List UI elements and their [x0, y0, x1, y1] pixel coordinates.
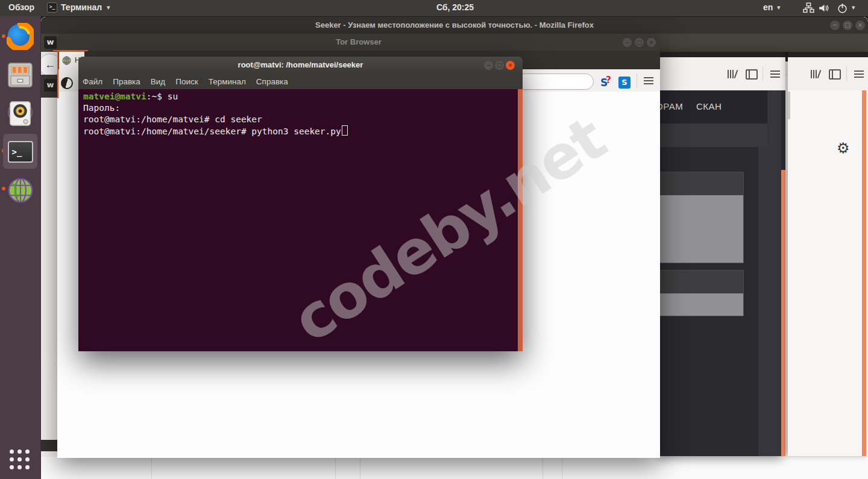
tab-favicon-w[interactable]: w [44, 79, 57, 92]
s-extension-icon[interactable]: S [618, 77, 631, 89]
close-button[interactable]: × [855, 20, 865, 30]
chevron-down-icon: ▾ [852, 4, 855, 11]
browser-toolbar [660, 57, 785, 91]
divider [335, 457, 336, 479]
dock-item-terminal[interactable]: >_ [6, 137, 34, 166]
terminal-line: Пароль: [83, 102, 523, 114]
activities-button[interactable]: Обзор [8, 2, 34, 12]
prompt: matvei@matvi [83, 92, 146, 101]
language-indicator[interactable]: en [763, 2, 773, 12]
tab-favicon-w[interactable]: w [44, 36, 57, 49]
forum-nav: ОРАМ СКАН [660, 90, 767, 124]
forum-subheader [660, 124, 767, 147]
minimize-button[interactable]: − [484, 61, 493, 70]
card-image [660, 293, 743, 316]
terminal-line: root@matvi:/home/matvei/seeker# python3 … [83, 125, 523, 137]
maximize-button[interactable]: □ [495, 61, 504, 70]
show-applications-button[interactable] [10, 449, 31, 471]
divider [542, 457, 543, 479]
firefox-window-title: Seeker - Узнаем местоположение с высокой… [41, 20, 868, 30]
network-icon[interactable] [803, 2, 814, 14]
minimize-button[interactable]: − [830, 20, 840, 30]
gnome-top-bar: Обзор >_ Терминал ▾ Сб, 20:25 en ▾ ▾ [0, 0, 868, 16]
dock-item-rhythmbox[interactable] [6, 99, 34, 128]
speaker-icon [7, 100, 34, 127]
close-button[interactable]: × [647, 38, 656, 47]
app-menu[interactable]: Терминал [61, 2, 102, 12]
menu-view[interactable]: Вид [151, 77, 165, 86]
maximize-button[interactable]: □ [843, 20, 852, 30]
firefox-icon [7, 23, 34, 50]
maximize-button[interactable]: □ [635, 38, 644, 47]
forum-page: ОРАМ СКАН 2105 [660, 90, 785, 456]
globe-favicon [62, 56, 71, 65]
terminal-line: root@matvi:/home/matvei# cd seeker [83, 114, 523, 125]
menu-search[interactable]: Поиск [175, 77, 198, 86]
running-indicator [2, 34, 5, 38]
card-header [660, 172, 743, 195]
running-indicator [2, 187, 5, 190]
window-top-strip [788, 52, 868, 57]
divider [360, 457, 360, 479]
menu-file[interactable]: Файл [83, 77, 102, 86]
nav-item-scan[interactable]: СКАН [696, 101, 722, 111]
menu-edit[interactable]: Правка [113, 77, 140, 86]
forum-card [660, 172, 744, 263]
menu-icon[interactable] [770, 70, 780, 78]
sidebar-icon[interactable] [746, 69, 758, 80]
chevron-down-icon: ▾ [107, 4, 110, 11]
dock-item-firefox[interactable] [6, 22, 34, 51]
tor-titlebar[interactable]: Tor Browser − □ × [57, 34, 660, 51]
scrollbar-thumb[interactable] [862, 90, 866, 456]
terminal-window-title: root@matvi: /home/matvei/seeker [78, 60, 523, 69]
desktop: Seeker - Узнаем местоположение с высокой… [0, 0, 868, 479]
menu-icon[interactable] [854, 70, 864, 78]
menu-icon[interactable] [644, 77, 653, 84]
terminal-content[interactable]: matvei@matvi:~$ su Пароль: root@matvi:/h… [78, 89, 523, 351]
menu-terminal[interactable]: Терминал [209, 77, 246, 86]
tor-window-title: Tor Browser [57, 37, 660, 46]
toolbar-separator [846, 67, 847, 81]
sidebar-icon[interactable] [829, 69, 841, 80]
divider [562, 457, 562, 479]
toolbar-separator [637, 74, 637, 88]
menu-help[interactable]: Справка [256, 77, 288, 86]
divider [151, 457, 152, 479]
startpage-icon[interactable]: S? [600, 77, 608, 89]
minimize-button[interactable]: − [623, 38, 632, 47]
terminal-window: root@matvi: /home/matvei/seeker − □ × Фа… [78, 57, 523, 351]
power-icon[interactable] [837, 2, 848, 14]
scrollbar-thumb[interactable] [781, 170, 785, 456]
gear-icon[interactable]: ⚙ [837, 141, 850, 155]
dock-item-tor-browser[interactable] [6, 176, 34, 204]
file-cabinet-icon [7, 61, 34, 89]
close-button[interactable]: × [506, 61, 515, 70]
focus-edge-vertical [57, 51, 58, 98]
forum-card [660, 270, 744, 316]
library-icon[interactable] [726, 69, 738, 79]
terminal-scrollbar[interactable] [518, 89, 523, 351]
page-banner-fragment [41, 440, 57, 451]
volume-icon[interactable] [818, 2, 829, 14]
browser-toolbar [788, 57, 868, 91]
scrollbar-thumb[interactable] [788, 92, 790, 119]
background-window-tab-bar: w [41, 75, 57, 98]
browser-window-right: ⚙ [788, 52, 868, 456]
terminal-line: matvei@matvi:~$ su [83, 91, 523, 102]
tor-globe-icon [7, 177, 34, 204]
chevron-down-icon: ▾ [777, 4, 781, 11]
dock-item-archive-manager[interactable] [6, 61, 34, 89]
settings-page: ⚙ [788, 90, 868, 456]
library-icon[interactable] [810, 69, 822, 79]
terminal-titlebar[interactable]: root@matvi: /home/matvei/seeker − □ × [78, 57, 523, 74]
window-top-strip [660, 52, 785, 57]
dock: >_ [0, 16, 41, 479]
nav-item-forum[interactable]: ОРАМ [660, 101, 683, 111]
clock[interactable]: Сб, 20:25 [422, 2, 488, 12]
toolbar-separator [763, 67, 763, 81]
onion-icon[interactable] [61, 77, 73, 89]
terminal-icon: >_ [8, 141, 33, 163]
firefox-titlebar[interactable]: Seeker - Узнаем местоположение с высокой… [41, 17, 868, 34]
codeby-forum-window: ОРАМ СКАН 2105 [660, 52, 785, 456]
terminal-cursor [342, 125, 348, 136]
